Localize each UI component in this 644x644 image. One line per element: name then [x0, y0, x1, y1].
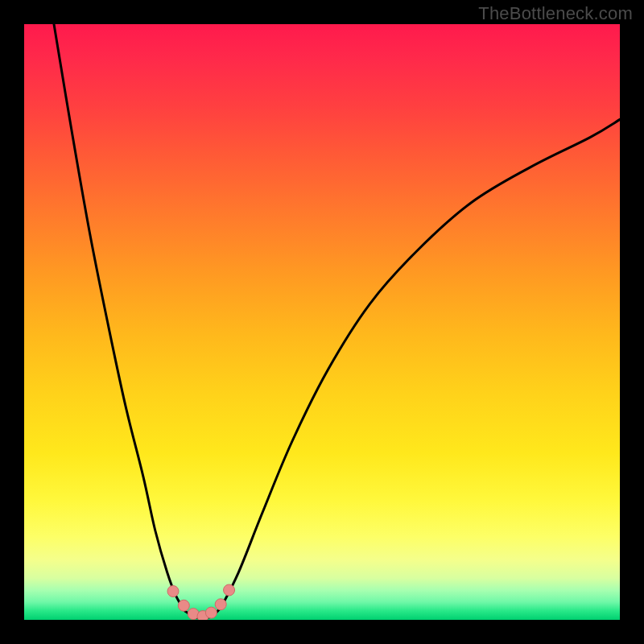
curve-left-branch — [54, 24, 185, 611]
valley-markers — [167, 584, 235, 620]
chart-frame: TheBottleneck.com — [0, 0, 644, 644]
valley-marker — [167, 585, 179, 597]
valley-marker — [205, 607, 217, 618]
curve-layer — [24, 24, 620, 620]
curve-right-branch — [221, 119, 620, 608]
bottleneck-curve — [54, 24, 620, 618]
valley-marker — [215, 599, 226, 610]
watermark-text: TheBottleneck.com — [478, 3, 633, 24]
plot-area — [24, 24, 620, 620]
valley-marker — [224, 584, 235, 596]
valley-marker — [178, 600, 189, 611]
